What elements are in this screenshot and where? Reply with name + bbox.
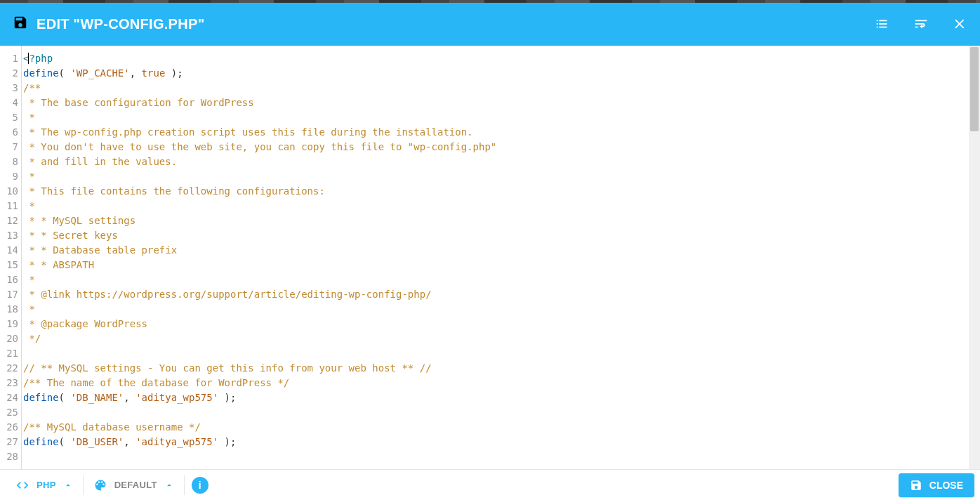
code-line[interactable]: define( 'WP_CACHE', true ); [23, 66, 980, 81]
line-number: 2 [0, 66, 18, 81]
theme-label: DEFAULT [114, 480, 157, 490]
code-line[interactable] [23, 449, 980, 464]
line-number: 5 [0, 110, 18, 125]
code-line[interactable] [23, 346, 980, 361]
line-number: 14 [0, 243, 18, 258]
code-line[interactable]: * @package WordPress [23, 317, 980, 331]
code-line[interactable]: * This file contains the following confi… [23, 184, 980, 199]
code-line[interactable]: define( 'DB_NAME', 'aditya_wp575' ); [23, 390, 980, 405]
line-number: 4 [0, 96, 18, 110]
close-icon [953, 17, 967, 31]
scrollbar-thumb[interactable] [970, 47, 979, 131]
close-button-label: CLOSE [929, 480, 963, 491]
line-number: 17 [0, 287, 18, 302]
code-line[interactable]: define( 'DB_USER', 'aditya_wp575' ); [23, 435, 980, 449]
line-number: 7 [0, 140, 18, 154]
line-number: 6 [0, 125, 18, 140]
code-line[interactable]: <?php [23, 51, 980, 66]
line-number: 15 [0, 258, 18, 272]
code-line[interactable]: * * Secret keys [23, 228, 980, 243]
chevron-up-icon [63, 480, 73, 490]
chevron-up-icon [164, 480, 174, 490]
line-number: 28 [0, 449, 18, 464]
bottom-toolbar: PHP DEFAULT i CLOSE [0, 469, 980, 500]
list-icon [874, 16, 889, 32]
line-number: 11 [0, 199, 18, 213]
vertical-scrollbar[interactable] [969, 46, 980, 469]
language-selector[interactable]: PHP [6, 470, 83, 500]
line-number: 21 [0, 346, 18, 361]
code-line[interactable]: */ [23, 331, 980, 346]
info-button[interactable]: i [192, 477, 208, 494]
code-line[interactable]: /** MySQL database username */ [23, 420, 980, 435]
wrap-icon [913, 16, 929, 32]
code-line[interactable]: * * MySQL settings [23, 213, 980, 228]
code-line[interactable]: * [23, 302, 980, 317]
code-line[interactable]: /** The name of the database for WordPre… [23, 376, 980, 390]
line-number: 27 [0, 435, 18, 449]
code-line[interactable]: * [23, 272, 980, 287]
code-line[interactable]: * * ABSPATH [23, 258, 980, 272]
code-line[interactable]: * [23, 110, 980, 125]
line-number: 22 [0, 361, 18, 376]
code-line[interactable]: * The wp-config.php creation script uses… [23, 125, 980, 140]
line-number: 13 [0, 228, 18, 243]
code-content[interactable]: <?phpdefine( 'WP_CACHE', true );/** * Th… [22, 46, 980, 469]
save-icon[interactable] [13, 15, 28, 33]
list-view-button[interactable] [862, 4, 901, 44]
code-line[interactable]: * and fill in the values. [23, 154, 980, 169]
line-number: 8 [0, 154, 18, 169]
language-label: PHP [37, 480, 56, 490]
line-number: 19 [0, 317, 18, 331]
code-line[interactable]: /** [23, 81, 980, 96]
code-editor[interactable]: 1234567891011121314151617181920212223242… [0, 46, 980, 469]
line-number: 24 [0, 390, 18, 405]
line-number: 3 [0, 81, 18, 96]
close-button[interactable]: CLOSE [899, 473, 974, 497]
editor-title: EDIT "WP-CONFIG.PHP" [37, 16, 204, 32]
line-number: 18 [0, 302, 18, 317]
line-number: 10 [0, 184, 18, 199]
code-icon [15, 478, 29, 492]
code-line[interactable]: * * Database table prefix [23, 243, 980, 258]
divider [184, 475, 185, 495]
theme-selector[interactable]: DEFAULT [84, 470, 184, 500]
code-line[interactable]: // ** MySQL settings - You can get this … [23, 361, 980, 376]
wrap-lines-button[interactable] [901, 4, 941, 44]
topbar-right-group [862, 4, 980, 44]
close-x-button[interactable] [941, 4, 980, 44]
code-line[interactable]: * @link https://wordpress.org/support/ar… [23, 287, 980, 302]
top-toolbar: EDIT "WP-CONFIG.PHP" [0, 0, 980, 46]
code-line[interactable] [23, 405, 980, 420]
line-number: 1 [0, 51, 18, 66]
line-number: 25 [0, 405, 18, 420]
code-line[interactable]: * [23, 199, 980, 213]
code-line[interactable]: * The base configuration for WordPress [23, 96, 980, 110]
code-line[interactable]: * You don't have to use the web site, yo… [23, 140, 980, 154]
save-icon [910, 479, 922, 492]
line-number-gutter: 1234567891011121314151617181920212223242… [0, 46, 22, 469]
code-line[interactable]: * [23, 169, 980, 184]
line-number: 20 [0, 331, 18, 346]
line-number: 12 [0, 213, 18, 228]
line-number: 26 [0, 420, 18, 435]
line-number: 16 [0, 272, 18, 287]
line-number: 9 [0, 169, 18, 184]
palette-icon [93, 478, 107, 492]
line-number: 23 [0, 376, 18, 390]
